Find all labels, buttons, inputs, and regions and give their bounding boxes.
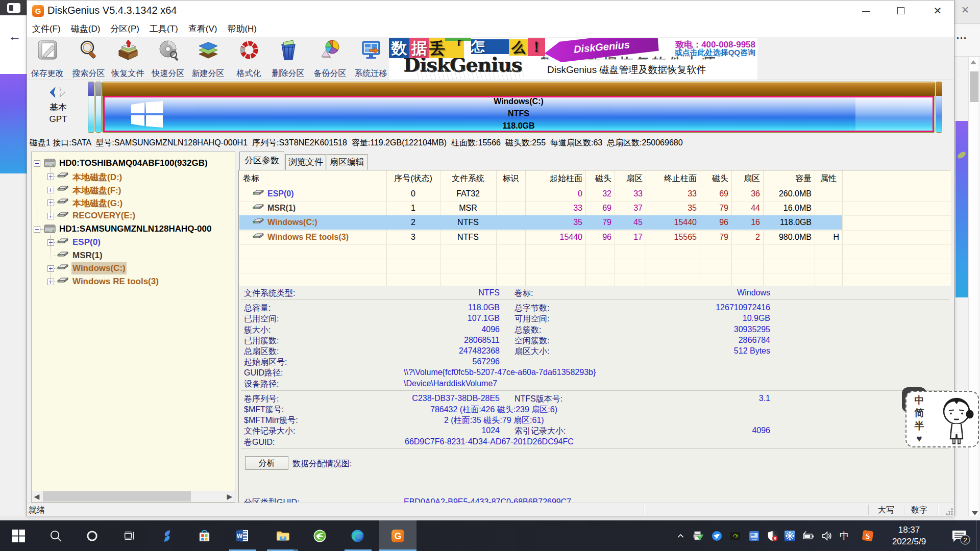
tab-2[interactable]: 扇区编辑 — [327, 154, 368, 170]
column-header-6[interactable]: 扇区 — [626, 173, 643, 184]
close-button[interactable]: ✕ — [926, 1, 949, 21]
partition-bar-windows-c[interactable]: Windows(C:) NTFS 118.0GB — [103, 96, 934, 132]
svg-text:中: 中 — [840, 531, 849, 541]
scroll-left-icon[interactable]: ◀ — [32, 491, 42, 502]
taskbar-clock[interactable]: 18:37 2022/5/9 — [886, 524, 933, 547]
nav-back-icon[interactable] — [48, 87, 56, 98]
toolbar-system-migrate[interactable]: 系统迁移 — [351, 38, 391, 79]
column-header-2[interactable]: 文件系统 — [440, 173, 496, 184]
column-header-9[interactable]: 扇区 — [744, 173, 760, 184]
tree-connector — [51, 168, 51, 216]
menu-T[interactable]: 工具(T) — [144, 21, 183, 37]
toolbar-search-partition[interactable]: 搜索分区 — [68, 38, 109, 79]
toolbar-new-partition[interactable]: 新建分区 — [188, 38, 228, 79]
toolbar-save[interactable]: 保存更改 — [27, 38, 67, 79]
taskbar-edge-icon[interactable] — [343, 520, 372, 551]
resize-grip[interactable] — [946, 508, 953, 515]
taskbar-taskview-icon[interactable] — [115, 520, 143, 551]
collapse-minus-icon[interactable] — [34, 160, 40, 167]
tray-dingtalk-icon[interactable] — [708, 520, 725, 551]
nav-forward-icon[interactable] — [59, 87, 66, 98]
toolbar-quick-partition[interactable]: 快速分区 — [148, 38, 188, 79]
minimize-button[interactable] — [854, 1, 877, 21]
banner-qq-link[interactable]: 或点击此处选择QQ咨询 — [675, 48, 755, 58]
tree-item-HD1SAMSUNGMZNLN128HAHQ000[interactable]: HD1:SAMSUNGMZNLN128HAHQ-000 — [32, 222, 235, 236]
tray-nvidia-icon[interactable] — [726, 520, 744, 551]
tree-scrollbar-thumb[interactable] — [43, 491, 191, 502]
taskbar-lightning-app-icon[interactable] — [153, 520, 181, 551]
tree-item-D[interactable]: 本地磁盘(D:) — [32, 170, 235, 183]
taskbar-diskgenius-icon[interactable]: G — [383, 520, 412, 551]
tray-ime-zh-icon[interactable]: 中 — [836, 520, 853, 551]
scroll-right-icon[interactable]: ▶ — [225, 491, 235, 502]
tray-chevron-up-icon[interactable] — [672, 520, 689, 551]
taskbar-cortana-icon[interactable] — [78, 520, 106, 551]
partition-icon — [252, 217, 264, 227]
menu-H[interactable]: 帮助(H) — [222, 21, 262, 37]
menu-D[interactable]: 磁盘(D) — [66, 21, 106, 37]
tray-snowflake-icon[interactable] — [781, 520, 798, 551]
background-close-icon[interactable]: ✕ — [959, 4, 971, 16]
tree-item-G[interactable]: 本地磁盘(G:) — [32, 196, 235, 209]
taskbar-store-icon[interactable] — [190, 520, 218, 551]
background-scrollbar[interactable] — [968, 57, 978, 516]
column-header-0[interactable]: 卷标 — [243, 173, 259, 184]
menu-F[interactable]: 文件(F) — [27, 21, 66, 37]
banner-caption: DiskGenius 磁盘管理及数据恢复软件 — [547, 63, 706, 77]
taskbar-explorer-icon[interactable] — [268, 520, 297, 551]
background-back-arrow-icon[interactable]: ← — [8, 30, 21, 43]
tray-printer-icon[interactable] — [689, 520, 706, 551]
titlebar[interactable]: G DiskGenius V5.4.3.1342 x64 ✕ — [27, 1, 954, 21]
tree-item-F[interactable]: 本地磁盘(F:) — [32, 183, 235, 196]
tree-item-RECOVERYE[interactable]: RECOVERY(E:) — [32, 209, 235, 222]
background-more-icon[interactable]: ... — [957, 31, 967, 41]
column-header-3[interactable]: 标识 — [496, 173, 525, 184]
tray-volume-icon[interactable] — [818, 520, 836, 551]
tree-horizontal-scrollbar[interactable]: ◀ ▶ — [32, 491, 235, 502]
partition-label: Windows(C:) NTFS 118.0GB — [105, 95, 933, 132]
tray-intel-graphics-icon[interactable]: intel — [745, 520, 763, 551]
taskbar-browser360-icon[interactable] — [305, 520, 334, 551]
partition-bar-re-tools[interactable] — [936, 82, 942, 133]
column-header-5[interactable]: 磁头 — [595, 173, 611, 184]
notification-center-button[interactable]: 2 — [944, 520, 973, 551]
tray-security-shield-icon[interactable] — [764, 520, 781, 551]
column-header-7[interactable]: 终止柱面 — [664, 173, 697, 184]
tab-1[interactable]: 浏览文件 — [285, 154, 326, 170]
tray-sogou-icon[interactable]: S — [859, 520, 876, 551]
analyze-button[interactable]: 分析 — [245, 456, 288, 470]
tree-item-ESP0[interactable]: ESP(0) — [32, 236, 235, 249]
tree-item-MSR1[interactable]: MSR(1) — [32, 249, 235, 262]
scroll-up-icon[interactable] — [970, 60, 976, 64]
column-header-8[interactable]: 磁头 — [712, 173, 728, 184]
scroll-down-icon[interactable] — [972, 511, 978, 515]
toolbar-delete-partition[interactable]: 删除分区 — [268, 38, 308, 79]
detail-value: Windows — [737, 288, 770, 297]
cell-index: 2 — [386, 218, 440, 227]
partition-bar-msr[interactable] — [95, 82, 102, 133]
maximize-button[interactable] — [889, 1, 913, 21]
show-desktop-divider[interactable] — [976, 520, 977, 551]
ad-banner[interactable]: 盘管理数据恢复软件大师 DiskGenius DiskGenius 磁盘管理及数… — [389, 38, 757, 80]
toolbar-backup-partition[interactable]: 备份分区 — [310, 38, 350, 79]
toolbar-recover-files[interactable]: 恢复文件 — [108, 38, 148, 79]
menu-V[interactable]: 查看(V) — [183, 21, 223, 37]
row-separator — [239, 201, 951, 202]
tray-battery-icon[interactable] — [799, 520, 817, 551]
tab-0[interactable]: 分区参数 — [239, 152, 284, 170]
partition-bar-esp[interactable] — [88, 82, 94, 133]
taskbar-start-icon[interactable] — [4, 520, 33, 551]
taskbar-search-icon[interactable] — [41, 520, 70, 551]
menu-P[interactable]: 分区(P) — [105, 21, 144, 37]
column-header-4[interactable]: 起始柱面 — [550, 173, 582, 184]
tree-item-HD0TOSHIBAMQ04ABF100932GB[interactable]: HD0:TOSHIBAMQ04ABF100(932GB) — [32, 157, 235, 170]
toolbar-format[interactable]: 格式化 — [229, 38, 269, 79]
taskbar-word-icon[interactable]: W — [228, 520, 257, 551]
tree-item-WindowsC[interactable]: Windows(C:) — [32, 262, 235, 275]
column-header-10[interactable]: 容量 — [795, 173, 812, 184]
column-header-11[interactable]: 属性 — [815, 173, 842, 184]
scrollbar-thumb[interactable] — [970, 71, 978, 102]
tree-item-WindowsREtools3[interactable]: Windows RE tools(3) — [32, 275, 235, 288]
column-header-1[interactable]: 序号(状态) — [386, 173, 440, 184]
toolbar-label: 快速分区 — [148, 68, 188, 79]
